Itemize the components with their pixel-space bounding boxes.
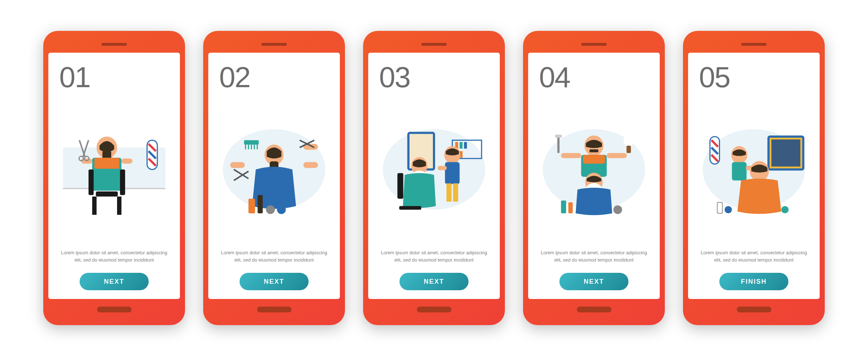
customer-with-tools-icon <box>219 96 329 243</box>
svg-rect-9 <box>95 158 119 169</box>
svg-point-87 <box>781 206 789 213</box>
svg-rect-18 <box>117 197 121 215</box>
onboarding-phone-3: 03 <box>363 31 505 325</box>
svg-rect-51 <box>446 183 451 202</box>
barber-illustration-1 <box>59 96 169 243</box>
onboarding-phone-2: 02 <box>203 31 345 325</box>
barber-trimming-beard-icon <box>379 96 489 243</box>
svg-point-67 <box>624 134 634 147</box>
svg-rect-62 <box>583 155 605 163</box>
svg-rect-17 <box>92 197 97 215</box>
svg-rect-37 <box>249 199 255 213</box>
next-button[interactable]: NEXT <box>559 273 628 290</box>
speaker-icon <box>421 43 447 46</box>
phone-top-bezel <box>528 36 660 53</box>
svg-rect-53 <box>438 166 447 170</box>
svg-rect-66 <box>555 135 562 138</box>
svg-rect-16 <box>96 191 118 197</box>
phone-top-bezel <box>688 36 820 53</box>
svg-rect-19 <box>89 170 94 195</box>
svg-rect-80 <box>771 139 800 166</box>
phone-bottom-bezel <box>528 299 660 320</box>
finish-button[interactable]: FINISH <box>719 273 788 290</box>
svg-rect-11 <box>121 158 132 163</box>
svg-point-86 <box>724 206 732 213</box>
svg-rect-52 <box>453 183 458 202</box>
barber-illustration-3 <box>379 96 489 243</box>
svg-rect-85 <box>717 202 722 213</box>
svg-rect-63 <box>561 153 581 158</box>
svg-point-40 <box>277 205 286 214</box>
step-description: Lorem ipsum dolor sit amet, consectetur … <box>219 249 329 263</box>
svg-point-73 <box>613 205 622 214</box>
screen-3: 03 <box>368 53 500 299</box>
barber-with-scissors-icon <box>59 96 169 243</box>
barber-illustration-2 <box>219 96 329 243</box>
screen-1: 01 <box>48 53 180 299</box>
screen-2: 02 <box>208 53 340 299</box>
screen-5: 05 <box>688 53 820 299</box>
barber-cutting-hair-icon <box>699 96 809 243</box>
home-button-icon <box>417 307 451 312</box>
svg-rect-57 <box>399 206 421 210</box>
phone-bottom-bezel <box>48 299 180 320</box>
speaker-icon <box>741 43 767 46</box>
home-button-icon <box>577 307 611 312</box>
phone-top-bezel <box>48 36 180 53</box>
svg-point-39 <box>266 205 275 214</box>
phone-bottom-bezel <box>208 299 340 320</box>
svg-rect-82 <box>732 162 747 180</box>
onboarding-phone-5: 05 <box>683 31 825 325</box>
step-number: 01 <box>59 63 169 92</box>
step-number: 05 <box>699 63 809 92</box>
phone-bottom-bezel <box>368 299 500 320</box>
svg-rect-27 <box>244 140 258 145</box>
onboarding-phone-1: 01 <box>43 31 185 325</box>
home-button-icon <box>737 307 771 312</box>
step-description: Lorem ipsum dolor sit amet, consectetur … <box>59 249 169 263</box>
phone-top-bezel <box>368 36 500 53</box>
step-number: 04 <box>539 63 649 92</box>
svg-rect-64 <box>607 153 627 158</box>
speaker-icon <box>261 43 287 46</box>
onboarding-phone-4: 04 <box>523 31 665 325</box>
home-button-icon <box>97 307 132 312</box>
svg-rect-50 <box>445 162 459 184</box>
step-description: Lorem ipsum dolor sit amet, consectetur … <box>539 249 649 263</box>
next-button[interactable]: NEXT <box>80 273 149 290</box>
barber-illustration-5 <box>699 96 809 243</box>
svg-rect-24 <box>230 162 245 168</box>
svg-rect-25 <box>304 162 318 168</box>
step-description: Lorem ipsum dolor sit amet, consectetur … <box>699 249 809 263</box>
step-number: 02 <box>219 63 329 92</box>
phone-top-bezel <box>208 36 340 53</box>
barber-with-razor-icon <box>539 96 649 243</box>
svg-rect-38 <box>258 195 263 213</box>
barber-illustration-4 <box>539 96 649 243</box>
svg-rect-20 <box>120 170 125 195</box>
svg-rect-45 <box>459 142 462 149</box>
screen-4: 04 <box>528 53 660 299</box>
speaker-icon <box>581 43 607 46</box>
speaker-icon <box>101 43 127 46</box>
svg-rect-46 <box>464 142 467 149</box>
svg-rect-72 <box>568 202 573 213</box>
phone-bottom-bezel <box>688 299 820 320</box>
svg-rect-65 <box>557 137 559 153</box>
svg-rect-68 <box>627 146 631 153</box>
svg-rect-71 <box>561 201 566 213</box>
next-button[interactable]: NEXT <box>240 273 309 290</box>
home-button-icon <box>257 307 292 312</box>
next-button[interactable]: NEXT <box>399 273 469 290</box>
svg-rect-56 <box>397 173 403 199</box>
step-description: Lorem ipsum dolor sit amet, consectetur … <box>379 249 489 263</box>
svg-rect-60 <box>590 149 598 152</box>
step-number: 03 <box>379 63 489 92</box>
